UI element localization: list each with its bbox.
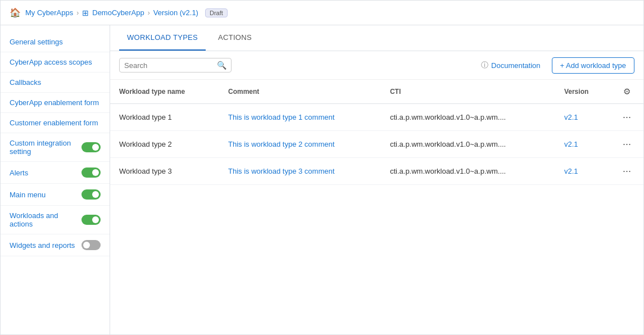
row-menu-button[interactable]: ··· bbox=[619, 137, 634, 151]
cell-actions: ··· bbox=[610, 158, 643, 185]
main-menu-toggle[interactable] bbox=[81, 189, 101, 200]
table-row: Workload type 1 This is workload type 1 … bbox=[110, 104, 643, 131]
cell-cti: cti.a.p.wm.workload.v1.0~a.p.wm.... bbox=[381, 158, 555, 185]
custom-integration-toggle[interactable] bbox=[81, 142, 101, 152]
tabs-bar: WORKLOAD TYPES ACTIONS bbox=[110, 25, 643, 51]
cell-comment: This is workload type 2 comment bbox=[219, 131, 381, 158]
sidebar-item-workloads-and-actions[interactable]: Workloads and actions bbox=[1, 206, 110, 234]
documentation-button[interactable]: ⓘ Documentation bbox=[475, 57, 546, 74]
sidebar: General settings CyberApp access scopes … bbox=[1, 25, 110, 334]
col-header-name: Workload type name bbox=[110, 80, 219, 104]
breadcrumb-version[interactable]: Version (v2.1) bbox=[153, 8, 198, 17]
sidebar-item-customer-enablement-form[interactable]: Customer enablement form bbox=[1, 113, 110, 133]
cell-version: v2.1 bbox=[555, 104, 610, 131]
cell-comment: This is workload type 3 comment bbox=[219, 158, 381, 185]
breadcrumb-sep-1: › bbox=[76, 9, 79, 17]
info-icon: ⓘ bbox=[481, 60, 488, 70]
home-icon: 🏠 bbox=[10, 7, 21, 18]
row-menu-button[interactable]: ··· bbox=[619, 164, 634, 178]
sidebar-item-cyberapp-enablement-form[interactable]: CyberApp enablement form bbox=[1, 93, 110, 113]
search-box[interactable]: 🔍 bbox=[119, 58, 232, 73]
tab-actions[interactable]: ACTIONS bbox=[210, 25, 260, 51]
cell-version: v2.1 bbox=[555, 158, 610, 185]
search-icon[interactable]: 🔍 bbox=[217, 61, 226, 70]
cell-cti: cti.a.p.wm.workload.v1.0~a.p.wm.... bbox=[381, 104, 555, 131]
sidebar-item-custom-integration-setting[interactable]: Custom integration setting bbox=[1, 133, 110, 162]
toolbar: 🔍 ⓘ Documentation + Add workload type bbox=[110, 51, 643, 80]
widgets-and-reports-toggle[interactable] bbox=[81, 240, 101, 250]
breadcrumb-bar: 🏠 My CyberApps › ⊞ DemoCyberApp › Versio… bbox=[1, 1, 643, 25]
cell-name: Workload type 1 bbox=[110, 104, 219, 131]
sidebar-item-widgets-and-reports[interactable]: Widgets and reports bbox=[1, 234, 110, 256]
cell-actions: ··· bbox=[610, 104, 643, 131]
cell-version: v2.1 bbox=[555, 131, 610, 158]
col-header-comment: Comment bbox=[219, 80, 381, 104]
workload-types-table: Workload type name Comment CTI Version ⚙… bbox=[110, 80, 643, 185]
row-menu-button[interactable]: ··· bbox=[619, 110, 634, 124]
workloads-and-actions-toggle[interactable] bbox=[81, 215, 101, 225]
cell-cti: cti.a.p.wm.workload.v1.0~a.p.wm.... bbox=[381, 131, 555, 158]
col-header-settings: ⚙ bbox=[610, 80, 643, 104]
col-header-version: Version bbox=[555, 80, 610, 104]
sidebar-item-general-settings[interactable]: General settings bbox=[1, 32, 110, 52]
col-header-cti: CTI bbox=[381, 80, 555, 104]
sidebar-item-cyberapp-access-scopes[interactable]: CyberApp access scopes bbox=[1, 52, 110, 73]
sidebar-item-alerts[interactable]: Alerts bbox=[1, 162, 110, 184]
breadcrumb-sep-2: › bbox=[148, 9, 150, 17]
table-settings-button[interactable]: ⚙ bbox=[620, 85, 634, 98]
sidebar-item-callbacks[interactable]: Callbacks bbox=[1, 73, 110, 93]
cell-comment: This is workload type 1 comment bbox=[219, 104, 381, 131]
table-area: Workload type name Comment CTI Version ⚙… bbox=[110, 80, 643, 334]
sidebar-item-main-menu[interactable]: Main menu bbox=[1, 184, 110, 206]
breadcrumb-home[interactable]: My CyberApps bbox=[25, 8, 73, 17]
breadcrumb-app[interactable]: DemoCyberApp bbox=[92, 8, 144, 17]
cell-name: Workload type 3 bbox=[110, 158, 219, 185]
draft-badge: Draft bbox=[205, 8, 228, 17]
search-input[interactable] bbox=[124, 61, 217, 70]
add-workload-type-button[interactable]: + Add workload type bbox=[552, 57, 634, 74]
tab-workload-types[interactable]: WORKLOAD TYPES bbox=[119, 25, 206, 51]
content-area: WORKLOAD TYPES ACTIONS 🔍 ⓘ Documentation… bbox=[110, 25, 643, 334]
app-grid-icon: ⊞ bbox=[82, 8, 89, 17]
alerts-toggle[interactable] bbox=[81, 168, 101, 178]
table-row: Workload type 3 This is workload type 3 … bbox=[110, 158, 643, 185]
cell-name: Workload type 2 bbox=[110, 131, 219, 158]
cell-actions: ··· bbox=[610, 131, 643, 158]
table-row: Workload type 2 This is workload type 2 … bbox=[110, 131, 643, 158]
